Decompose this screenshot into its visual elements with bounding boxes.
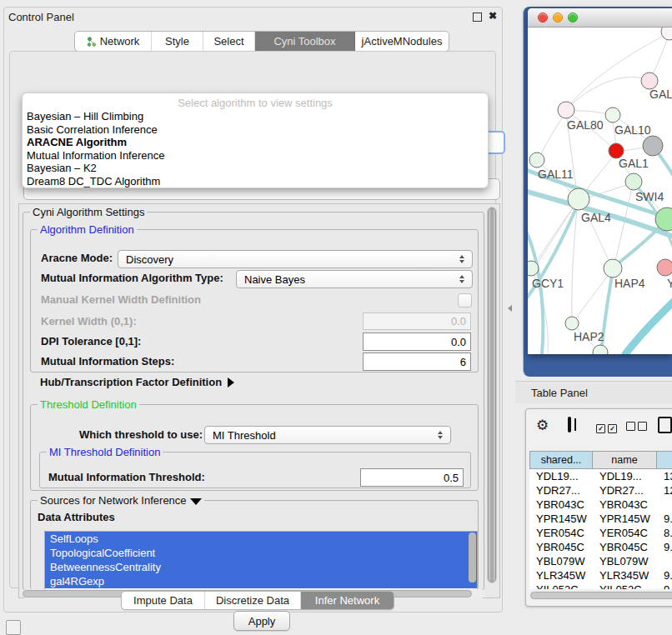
network-node[interactable] [643, 136, 663, 156]
which-threshold-combobox[interactable]: MI Threshold [204, 426, 451, 444]
network-edge[interactable] [534, 202, 577, 270]
minimized-widget-icon[interactable] [6, 620, 21, 635]
gear-icon[interactable]: ⚙ [536, 418, 549, 432]
table-row[interactable]: YBR043CYBR043C [529, 498, 672, 512]
table-horizontal-scrollbar[interactable] [529, 591, 672, 600]
data-attribute-item[interactable]: SelfLoops [45, 532, 477, 546]
algorithm-option[interactable]: ARACNE Algorithm [23, 136, 488, 149]
which-threshold-value: MI Threshold [205, 429, 434, 442]
table-cell: YER054C [593, 526, 657, 540]
node-label: GAL10 [614, 123, 651, 137]
network-edge[interactable] [539, 112, 566, 159]
desktop: { "colors": { "legend_blue": "#2626d8", … [0, 0, 672, 635]
tab-label: Impute Data [133, 594, 193, 607]
table-cell: 9 [657, 582, 672, 589]
table-row[interactable]: YER054CYER054C8. [529, 526, 672, 540]
mi-steps-field[interactable]: 6 [363, 352, 471, 371]
hub-transcription-expander[interactable]: Hub/Transcription Factor Definition [40, 376, 234, 388]
threshold-definition-title: Threshold Definition [38, 398, 139, 411]
network-edge[interactable] [625, 299, 672, 354]
table-cell: YDL19... [529, 469, 593, 483]
table-row[interactable]: YBR045CYBR045C9. [529, 540, 672, 554]
aracne-mode-combobox[interactable]: Discovery [118, 250, 473, 268]
tab-jactivemnodules[interactable]: jActiveMNodules [355, 32, 449, 51]
tab-cyni-toolbox[interactable]: Cyni Toolbox [255, 32, 355, 51]
tab-select[interactable]: Select [203, 32, 255, 51]
network-node[interactable] [641, 72, 658, 89]
data-attribute-item[interactable]: gal4RGexp [45, 574, 477, 588]
algorithm-option[interactable]: Bayesian – Hill Climbing [23, 110, 488, 123]
table-row[interactable]: YPR145WYPR145W9. [529, 512, 672, 526]
table-row[interactable]: YDR27...YDR27...12 [529, 483, 672, 498]
splitter-collapse-icon[interactable] [508, 305, 512, 312]
tab-style[interactable]: Style [152, 32, 203, 51]
tab-impute-data[interactable]: Impute Data [122, 592, 205, 609]
network-canvas[interactable]: GALGAL80GAL10GAL1GAL11SWI4GAL4GCY1HAP4YH… [528, 28, 672, 354]
algorithm-option[interactable]: Mutual Information Inference [23, 149, 488, 162]
document-icon[interactable] [658, 417, 672, 433]
network-edge[interactable] [614, 222, 664, 267]
table-panel-bar: Table Panel [515, 381, 672, 403]
table-row[interactable]: YBL079WYBL079W [529, 554, 672, 568]
algorithm-option[interactable]: Basic Correlation Inference [23, 123, 488, 137]
network-node[interactable] [605, 108, 620, 122]
mi-algorithm-type-combobox[interactable]: Naive Bayes [236, 270, 473, 288]
collapse-down-icon[interactable] [190, 498, 202, 505]
table-cell: YBR043C [593, 498, 657, 512]
network-node[interactable] [529, 152, 544, 168]
table-row[interactable]: YLR345WYLR345W9. [529, 568, 672, 582]
mi-threshold-definition-group: MI Threshold Definition Mutual Informati… [39, 452, 471, 488]
table-row[interactable]: YDL19...YDL19...13 [529, 469, 672, 483]
settings-vertical-scrollbar[interactable] [487, 207, 497, 583]
column-header-name[interactable]: name [593, 451, 657, 469]
cyni-toolbox-panel: Select algorithm to view settings Bayesi… [9, 51, 496, 588]
mi-threshold-label: Mutual Information Threshold: [48, 471, 205, 484]
minimize-window-icon[interactable] [553, 12, 563, 22]
network-node[interactable] [568, 188, 589, 210]
combobox-stepper-icon [434, 431, 450, 439]
node-label: Y [667, 277, 672, 290]
data-attribute-item[interactable]: TopologicalCoefficient [45, 546, 477, 560]
tab-discretize-data[interactable]: Discretize Data [205, 592, 301, 609]
tab-network[interactable]: Network [75, 32, 152, 51]
control-panel-titlebar: Control Panel [4, 8, 502, 26]
algorithm-option[interactable]: Dream8 DC_TDC Algorithm [23, 175, 488, 188]
float-window-icon[interactable] [473, 12, 482, 22]
sources-title: Sources for Network Inference [38, 494, 204, 507]
list-scrollbar[interactable] [469, 532, 476, 582]
network-view-window[interactable]: GALGAL80GAL10GAL1GAL11SWI4GAL4GCY1HAP4YH… [528, 8, 672, 354]
network-node[interactable] [657, 259, 672, 276]
algorithm-definition-group: Algorithm Definition Aracne Mode: Discov… [30, 229, 479, 372]
network-node[interactable] [565, 317, 579, 330]
network-node[interactable] [604, 259, 622, 278]
table-row[interactable]: YIL052CYIL052C9 [529, 582, 672, 589]
close-icon[interactable]: ✖ [489, 10, 497, 22]
table-panel-card: ⚙ ✓✓ shared...nameA YDL19...YDL19...13YD… [525, 408, 672, 607]
node-label: SWI4 [635, 190, 664, 203]
algorithm-option[interactable]: Bayesian – K2 [23, 162, 488, 175]
network-window-titlebar[interactable] [528, 8, 672, 28]
mi-algorithm-type-value: Naive Bayes [237, 273, 455, 286]
tab-infer-network[interactable]: Infer Network [301, 592, 394, 609]
column-header-shared[interactable]: shared... [529, 451, 593, 469]
columns-icon[interactable] [568, 417, 571, 432]
apply-button[interactable]: Apply [233, 611, 290, 631]
mi-threshold-field[interactable]: 0.5 [360, 468, 464, 487]
dpi-tolerance-field[interactable]: 0.0 [363, 332, 471, 351]
network-node[interactable] [625, 173, 642, 190]
network-node[interactable] [528, 261, 539, 276]
algorithm-dropdown-list: Select algorithm to view settings Bayesi… [22, 92, 489, 188]
checked-boxes-icon[interactable]: ✓✓ [596, 421, 619, 433]
data-attribute-item[interactable]: BetweennessCentrality [45, 560, 477, 574]
close-window-icon[interactable] [538, 12, 548, 22]
table-cell: YDR27... [529, 483, 593, 498]
node-label: GCY1 [532, 277, 564, 290]
network-node[interactable] [558, 102, 574, 118]
zoom-window-icon[interactable] [568, 12, 578, 22]
network-node[interactable] [661, 28, 672, 40]
network-edge[interactable] [566, 77, 649, 110]
data-attributes-list[interactable]: SelfLoopsTopologicalCoefficientBetweenne… [44, 531, 478, 591]
network-node[interactable] [593, 345, 608, 354]
column-header-a[interactable]: A [657, 451, 672, 469]
unchecked-boxes-icon[interactable] [626, 421, 649, 433]
